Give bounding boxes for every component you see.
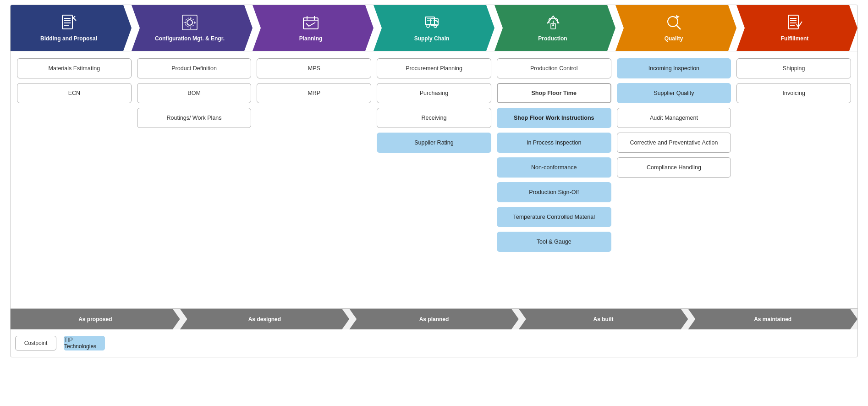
svg-rect-30	[788, 15, 798, 29]
header-label-production: Production	[538, 35, 567, 42]
header-label-supply: Supply Chain	[414, 35, 450, 42]
header-label-bidding: Bidding and Proposal	[40, 35, 97, 42]
bottom-bar: As proposedAs designedAs plannedAs built…	[11, 308, 857, 329]
bottom-item-as-designed: As designed	[180, 309, 350, 329]
card-production-control[interactable]: Production Control	[497, 58, 611, 78]
column-quality-col: Incoming InspectionSupplier QualityAudit…	[614, 58, 734, 301]
card-compliance-handling[interactable]: Compliance Handling	[617, 157, 731, 178]
svg-rect-0	[62, 15, 72, 29]
svg-point-18	[427, 25, 429, 28]
card-materials-estimating[interactable]: Materials Estimating	[17, 58, 132, 78]
diagram-wrapper: Bidding and Proposal Configuration Mgt. …	[10, 5, 858, 357]
card-temperature-controlled-material[interactable]: Temperature Controlled Material	[497, 207, 611, 227]
header-label-fulfillment: Fulfillment	[781, 35, 809, 42]
header-item-fulfillment: Fulfillment	[736, 5, 857, 51]
card-non-conformance[interactable]: Non-conformance	[497, 157, 611, 178]
header-item-config: Configuration Mgt. & Engr.	[132, 5, 253, 51]
header-item-production: Production	[494, 5, 615, 51]
column-fulfillment-col: ShippingInvoicing	[734, 58, 854, 301]
card-ecn[interactable]: ECN	[17, 83, 132, 103]
header-item-bidding: Bidding and Proposal	[11, 5, 132, 51]
fulfillment-icon	[786, 14, 803, 33]
bottom-item-as-planned: As planned	[349, 309, 519, 329]
svg-line-28	[676, 25, 681, 29]
column-config-col: Product DefinitionBOMRoutings/ Work Plan…	[134, 58, 254, 301]
header-label-quality: Quality	[665, 35, 683, 42]
card-shipping[interactable]: Shipping	[736, 58, 851, 78]
header-item-planning: Planning	[253, 5, 374, 51]
legend: CostpointTIP Technologies	[11, 329, 857, 357]
card-tool-gauge[interactable]: Tool & Gauge	[497, 232, 611, 252]
bottom-item-as-maintained: As maintained	[688, 309, 857, 329]
config-icon	[181, 14, 198, 33]
column-bidding-col: Materials EstimatingECN	[14, 58, 134, 301]
planning-icon	[302, 14, 319, 33]
card-receiving[interactable]: Receiving	[377, 108, 491, 128]
card-supplier-rating[interactable]: Supplier Rating	[377, 133, 491, 153]
card-bom[interactable]: BOM	[137, 83, 252, 103]
header-item-supply: Supply Chain	[374, 5, 494, 51]
legend-box-costpoint: Costpoint	[15, 336, 56, 350]
svg-point-7	[187, 20, 192, 25]
column-planning-col: MPSMRP	[254, 58, 374, 301]
card-procurement-planning[interactable]: Procurement Planning	[377, 58, 491, 78]
supply-icon	[423, 14, 440, 33]
card-purchasing[interactable]: Purchasing	[377, 83, 491, 103]
svg-point-22	[552, 24, 554, 26]
svg-rect-10	[303, 18, 318, 29]
svg-point-27	[668, 17, 678, 27]
bottom-item-as-proposed: As proposed	[11, 309, 180, 329]
content-area: Materials EstimatingECNProduct Definitio…	[11, 51, 857, 308]
column-supply-col: Procurement PlanningPurchasingReceivingS…	[374, 58, 494, 301]
column-production-col: Production ControlShop Floor TimeShop Fl…	[494, 58, 614, 301]
header-item-quality: Quality	[615, 5, 736, 51]
svg-line-6	[73, 18, 76, 21]
card-supplier-quality[interactable]: Supplier Quality	[617, 83, 731, 103]
production-icon	[544, 14, 561, 33]
quality-icon	[665, 14, 682, 33]
card-in-process-inspection[interactable]: In Process Inspection	[497, 133, 611, 153]
card-shop-floor-time[interactable]: Shop Floor Time	[497, 83, 611, 103]
card-incoming-inspection[interactable]: Incoming Inspection	[617, 58, 731, 78]
card-shop-floor-work-instructions[interactable]: Shop Floor Work Instructions	[497, 108, 611, 128]
card-product-definition[interactable]: Product Definition	[137, 58, 252, 78]
card-mps[interactable]: MPS	[257, 58, 371, 78]
card-production-sign-off[interactable]: Production Sign-Off	[497, 182, 611, 202]
bidding-icon	[60, 14, 77, 33]
card-routings-work-plans[interactable]: Routings/ Work Plans	[137, 108, 252, 128]
legend-item-costpoint: Costpoint	[15, 336, 56, 350]
legend-item-tip-technologies: TIP Technologies	[64, 336, 105, 350]
header-label-planning: Planning	[299, 35, 323, 42]
card-corrective-preventative[interactable]: Corrective and Preventative Action	[617, 133, 731, 153]
legend-box-tip-technologies: TIP Technologies	[64, 336, 105, 350]
card-mrp[interactable]: MRP	[257, 83, 371, 103]
card-invoicing[interactable]: Invoicing	[736, 83, 851, 103]
bottom-item-as-built: As built	[519, 309, 688, 329]
header-bar: Bidding and Proposal Configuration Mgt. …	[11, 5, 857, 51]
card-audit-management[interactable]: Audit Management	[617, 108, 731, 128]
header-label-config: Configuration Mgt. & Engr.	[155, 35, 225, 42]
